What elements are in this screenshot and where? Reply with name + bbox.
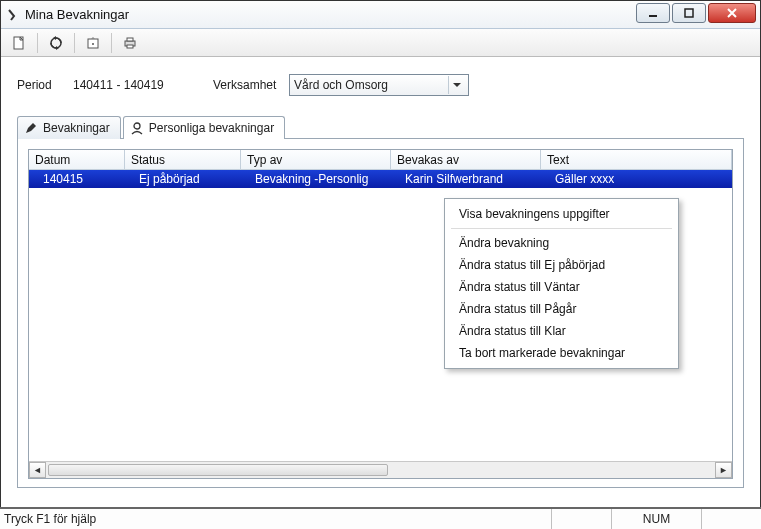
window-title: Mina Bevakningar: [25, 7, 636, 22]
cell-status: Ej påbörjad: [125, 172, 241, 186]
person-icon: [130, 121, 144, 135]
col-status[interactable]: Status: [125, 150, 241, 169]
tab-label: Bevakningar: [43, 121, 110, 135]
svg-point-4: [92, 43, 94, 45]
scroll-thumb[interactable]: [48, 464, 388, 476]
period-label: Period: [17, 78, 73, 92]
minimize-button[interactable]: [636, 3, 670, 23]
table-row[interactable]: 140415 Ej påbörjad Bevakning -Personlig …: [29, 170, 732, 188]
print-button[interactable]: [118, 32, 142, 54]
chevron-down-icon: [448, 76, 464, 94]
statusbar-help: Tryck F1 för hjälp: [0, 512, 551, 526]
cell-bevakas: Karin Silfwerbrand: [391, 172, 541, 186]
new-button[interactable]: [7, 32, 31, 54]
close-button[interactable]: [708, 3, 756, 23]
tab-personliga[interactable]: Personliga bevakningar: [123, 116, 285, 139]
svg-rect-7: [127, 45, 133, 48]
table-header: Datum Status Typ av Bevakas av Text: [29, 150, 732, 170]
svg-point-8: [134, 123, 140, 129]
ctx-status-klar[interactable]: Ändra status till Klar: [445, 320, 678, 342]
cell-datum: 140415: [29, 172, 125, 186]
maximize-button[interactable]: [672, 3, 706, 23]
col-text[interactable]: Text: [541, 150, 732, 169]
cell-typ: Bevakning -Personlig: [241, 172, 391, 186]
title-bar: Mina Bevakningar: [1, 1, 760, 29]
ctx-andra-bevakning[interactable]: Ändra bevakning: [445, 232, 678, 254]
pen-icon: [24, 121, 38, 135]
ctx-visa-uppgifter[interactable]: Visa bevakningens uppgifter: [445, 203, 678, 225]
col-typ[interactable]: Typ av: [241, 150, 391, 169]
statusbar-spacer: [701, 509, 761, 529]
window-buttons: [636, 1, 760, 28]
toolbar-separator: [111, 33, 112, 53]
context-menu: Visa bevakningens uppgifter Ändra bevakn…: [444, 198, 679, 369]
verksamhet-label: Verksamhet: [213, 78, 289, 92]
verksamhet-combo[interactable]: Vård och Omsorg: [289, 74, 469, 96]
verksamhet-value: Vård och Omsorg: [294, 78, 448, 92]
status-bar: Tryck F1 för hjälp NUM: [0, 507, 761, 529]
period-value: 140411 - 140419: [73, 78, 213, 92]
tab-bevakningar[interactable]: Bevakningar: [17, 116, 121, 139]
toolbar: [1, 29, 760, 57]
properties-button[interactable]: [81, 32, 105, 54]
cell-text: Gäller xxxx: [541, 172, 732, 186]
svg-rect-6: [127, 38, 133, 41]
ctx-ta-bort[interactable]: Ta bort markerade bevakningar: [445, 342, 678, 364]
scroll-left-button[interactable]: ◄: [29, 462, 46, 478]
horizontal-scrollbar[interactable]: ◄ ►: [29, 461, 732, 478]
col-bevakas[interactable]: Bevakas av: [391, 150, 541, 169]
ctx-status-pagar[interactable]: Ändra status till Pågår: [445, 298, 678, 320]
statusbar-num: NUM: [611, 509, 701, 529]
filter-row: Period 140411 - 140419 Verksamhet Vård o…: [17, 73, 744, 97]
app-icon: [7, 8, 21, 22]
scroll-track[interactable]: [46, 462, 715, 478]
col-datum[interactable]: Datum: [29, 150, 125, 169]
scroll-right-button[interactable]: ►: [715, 462, 732, 478]
ctx-status-ej-paborjad[interactable]: Ändra status till Ej påbörjad: [445, 254, 678, 276]
menu-separator: [451, 228, 672, 229]
svg-rect-1: [685, 9, 693, 17]
refresh-button[interactable]: [44, 32, 68, 54]
statusbar-spacer: [551, 509, 611, 529]
ctx-status-vantar[interactable]: Ändra status till Väntar: [445, 276, 678, 298]
tab-label: Personliga bevakningar: [149, 121, 274, 135]
svg-rect-0: [649, 15, 657, 17]
toolbar-separator: [74, 33, 75, 53]
tab-strip: Bevakningar Personliga bevakningar: [17, 115, 744, 139]
toolbar-separator: [37, 33, 38, 53]
